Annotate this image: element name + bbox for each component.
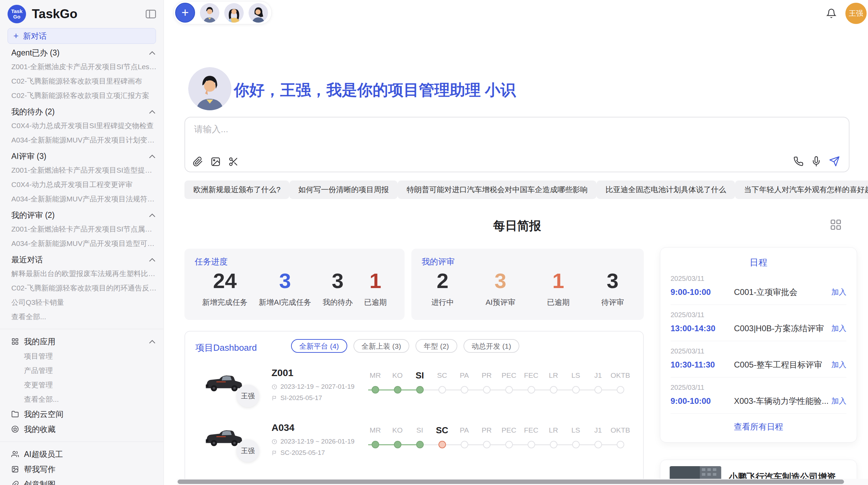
section-ai-review: AI评审 (3) Z001-全新燃油轻卡产品开发项目SI造型提交物评审 C0X4… — [0, 149, 164, 206]
sidebar-item-my-apps[interactable]: 我的应用 — [0, 334, 164, 349]
milestone-label: LS — [565, 425, 587, 437]
view-all-schedule-link[interactable]: 查看所有日程 — [660, 421, 857, 432]
microphone-icon[interactable] — [811, 156, 821, 166]
project-row[interactable]: 王强 A034 2023-12-19 ~ 2026-01-19 SC-2025-… — [185, 419, 643, 474]
team-avatar-pill: + — [173, 1, 272, 24]
schedule-item: 2025/03/11 9:00-10:00 X003-车辆动力学性能验... 加… — [671, 377, 846, 414]
list-item[interactable]: Z001-全新燃油皮卡产品开发项目SI节点Lesson Learn报告 — [0, 60, 164, 74]
view-all-chats-link[interactable]: 查看全部... — [0, 310, 164, 324]
card-title: 我的评审 — [422, 256, 455, 267]
clock-icon — [272, 439, 277, 445]
chat-input[interactable] — [193, 124, 709, 135]
layout-grid-icon[interactable] — [830, 219, 842, 231]
section-header[interactable]: 我的待办 (2) — [0, 105, 164, 119]
suggestion-chip[interactable]: 当下年轻人对汽车外观有怎样的喜好趋势 — [735, 181, 868, 199]
stat: 1 已逾期 — [364, 269, 387, 308]
stat-value: 24 — [202, 269, 248, 293]
topbar-actions: 王强 — [826, 3, 867, 24]
suggestion-chip[interactable]: 特朗普可能对进口汽车增税会对中国车企造成哪些影响 — [398, 181, 596, 199]
chevron-up-icon — [149, 154, 155, 158]
sidebar: Task Go TaskGo + 新对话 Agent已办 (3) — [0, 0, 164, 485]
join-button[interactable]: 加入 — [831, 323, 846, 334]
section-label: 我的待办 (2) — [11, 107, 55, 117]
section-label: 我的评审 (2) — [11, 210, 55, 221]
stat-label: 进行中 — [431, 297, 454, 308]
list-item[interactable]: A034-全新新能源MUV产品开发项目造型可行性评审 — [0, 236, 164, 251]
team-member-avatar[interactable] — [224, 3, 244, 23]
stat-label: 待评审 — [601, 297, 624, 308]
image-icon[interactable] — [210, 157, 221, 167]
milestone-label: PEC — [498, 370, 520, 382]
sidebar-item-cloud-space[interactable]: 我的云空间 — [0, 407, 164, 422]
sidebar-item-change-mgmt[interactable]: 变更管理 — [0, 378, 164, 392]
suggestion-chip[interactable]: 欧洲新规最近颁布了什么? — [184, 181, 289, 199]
add-member-button[interactable]: + — [175, 3, 195, 23]
my-review-card: 我的评审 2 进行中 3 AI预评审 1 已逾期 3 待评审 — [411, 249, 644, 320]
stat-label: AI预评审 — [485, 297, 515, 308]
sidebar-item-favorites[interactable]: 我的收藏 — [0, 422, 164, 437]
date-range: 2023-12-19 ~ 2026-01-19 — [280, 438, 354, 445]
list-item[interactable]: C0X4-动力总成开发项目工程变更评审 — [0, 177, 164, 192]
suggestion-chip[interactable]: 如何写一份清晰的项目周报 — [289, 181, 398, 199]
list-item[interactable]: C02-飞腾新能源轻客改款项目里程碑画布 — [0, 74, 164, 88]
sidebar-item-product-mgmt[interactable]: 产品管理 — [0, 363, 164, 378]
paperclip-icon[interactable] — [193, 157, 203, 167]
app-title: TaskGo — [32, 7, 146, 21]
horizontal-scrollbar-thumb[interactable] — [178, 480, 844, 484]
sidebar-item-label: 我的应用 — [24, 336, 144, 347]
notification-bell-icon[interactable] — [826, 8, 836, 18]
phone-icon[interactable] — [793, 156, 804, 166]
sidebar-item-creative-draw[interactable]: 创意制图 — [0, 477, 164, 485]
scissors-icon[interactable] — [228, 157, 239, 167]
list-item[interactable]: C02-飞腾新能源轻客改款项目的闭环通告反馈情况 — [0, 281, 164, 295]
milestone-track: MR KO SI SC PA PR PEC FEC LR LS J1 OKTB — [364, 370, 631, 398]
join-button[interactable]: 加入 — [831, 396, 846, 406]
list-item[interactable]: A034-全新新能源MUV产品开发项目计划变更表编写 — [0, 133, 164, 147]
team-member-avatar[interactable] — [249, 3, 268, 23]
user-avatar[interactable]: 王强 — [845, 3, 867, 24]
team-member-avatar[interactable] — [200, 3, 219, 23]
milestone-dot-pending — [550, 441, 557, 448]
list-item[interactable]: A034-全新新能源MUV产品开发项目法规符合性评审 — [0, 192, 164, 206]
list-item[interactable]: C02-飞腾新能源轻客改款项目立项汇报方案 — [0, 88, 164, 103]
list-item[interactable]: 公司Q3轻卡销量 — [0, 295, 164, 310]
sidebar-header: Task Go TaskGo — [0, 0, 164, 23]
list-item[interactable]: C0X4-动力总成开发项目SI里程碑提交物检查 — [0, 119, 164, 133]
divider — [0, 442, 164, 442]
suggestion-chip[interactable]: 比亚迪全固态电池计划具体说了什么 — [596, 181, 735, 199]
sidebar-item-ai-employee[interactable]: AI超级员工 — [0, 447, 164, 462]
tab-year-model[interactable]: 年型 (2) — [415, 339, 457, 353]
project-dashboard-card: 项目Dashboard 全新平台 (4) 全新上装 (3) 年型 (2) 动总开… — [184, 331, 644, 485]
join-button[interactable]: 加入 — [831, 360, 846, 370]
project-row[interactable]: 王强 Z001 2023-12-19 ~ 2027-01-19 SI-2025-… — [185, 364, 643, 419]
collapse-sidebar-icon[interactable] — [146, 9, 156, 19]
dashboard-title: 项目Dashboard — [195, 342, 257, 354]
sidebar-item-label: 创意制图 — [24, 479, 155, 485]
sidebar-item-help-write[interactable]: 帮我写作 — [0, 462, 164, 477]
suggestion-chips: 欧洲新规最近颁布了什么? 如何写一份清晰的项目周报 特朗普可能对进口汽车增税会对… — [184, 181, 850, 199]
send-icon[interactable] — [829, 156, 840, 167]
join-button[interactable]: 加入 — [831, 287, 846, 297]
message-composer — [184, 117, 849, 172]
schedule-date: 2025/03/11 — [671, 311, 846, 319]
stat-value: 2 — [431, 269, 454, 293]
section-header[interactable]: Agent已办 (3) — [0, 46, 164, 60]
view-all-apps-link[interactable]: 查看全部... — [0, 392, 164, 407]
section-header[interactable]: 我的评审 (2) — [0, 208, 164, 222]
milestone-date: SI-2025-05-17 — [280, 394, 322, 402]
new-chat-button[interactable]: + 新对话 — [8, 28, 156, 44]
sidebar-sections: Agent已办 (3) Z001-全新燃油皮卡产品开发项目SI节点Lesson … — [0, 46, 164, 485]
list-item[interactable]: 解释最新出台的欧盟报废车法规再生塑料比例被调至15%... — [0, 266, 164, 281]
section-header[interactable]: 最近对话 — [0, 253, 164, 266]
list-item[interactable]: Z001-全新燃油轻卡产品开发项目SI造型提交物评审 — [0, 163, 164, 177]
tab-new-body[interactable]: 全新上装 (3) — [353, 339, 410, 353]
list-item[interactable]: Z001-全新燃油轻卡产品开发项目SI节点属性5D文件评审 — [0, 222, 164, 236]
section-header[interactable]: AI评审 (3) — [0, 149, 164, 163]
daily-briefing-title: 每日简报 — [166, 218, 868, 234]
stat-value: 1 — [364, 269, 387, 293]
tab-powertrain[interactable]: 动总开发 (1) — [463, 339, 520, 353]
chevron-up-icon — [149, 110, 155, 114]
milestone-dot-done — [416, 386, 424, 394]
tab-new-platform[interactable]: 全新平台 (4) — [291, 339, 347, 353]
sidebar-item-project-mgmt[interactable]: 项目管理 — [0, 349, 164, 363]
